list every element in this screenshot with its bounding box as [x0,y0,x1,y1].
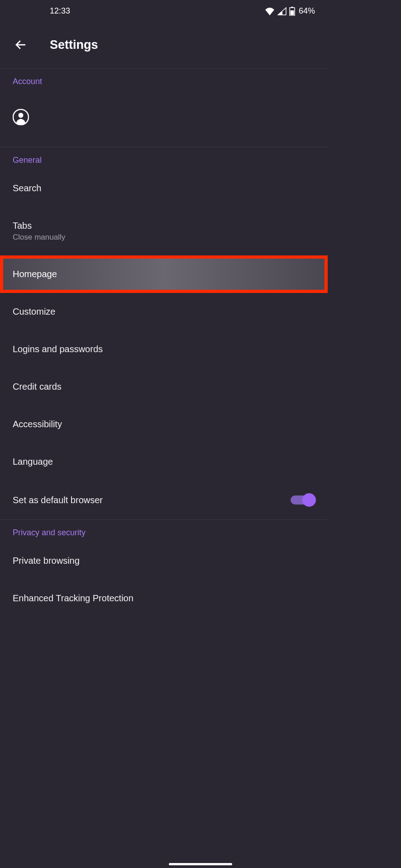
label: Private browsing [13,556,315,566]
section-header-privacy: Privacy and security [0,520,328,542]
back-button[interactable] [14,38,28,52]
settings-item-tabs[interactable]: Tabs Close manually [0,207,328,255]
svg-point-4 [19,113,24,118]
section-header-account: Account [0,69,328,91]
label: Set as default browser [13,495,103,505]
label: Homepage [13,269,315,279]
settings-item-language[interactable]: Language [0,443,328,481]
settings-item-customize[interactable]: Customize [0,293,328,330]
label: Logins and passwords [13,344,315,354]
battery-icon [289,7,295,16]
label: Language [13,457,315,467]
svg-rect-2 [290,10,294,15]
sublabel: Close manually [13,233,315,242]
settings-item-search[interactable]: Search [0,170,328,207]
section-header-general: General [0,147,328,170]
label: Customize [13,307,315,317]
label: Credit cards [13,382,315,392]
status-time: 12:33 [50,6,70,16]
signal-icon [277,7,286,15]
toggle-thumb [302,493,316,507]
settings-item-credit-cards[interactable]: Credit cards [0,368,328,406]
settings-item-default-browser[interactable]: Set as default browser [0,481,328,520]
settings-item-logins[interactable]: Logins and passwords [0,330,328,368]
page-title: Settings [50,38,98,52]
status-bar: 12:33 64% [0,0,328,21]
wifi-icon [265,7,275,15]
settings-item-private-browsing[interactable]: Private browsing [0,542,328,580]
avatar-icon [13,109,29,125]
label: Accessibility [13,419,315,429]
status-icons: 64% [265,6,315,16]
label: Enhanced Tracking Protection [13,593,315,604]
settings-item-tracking-protection[interactable]: Enhanced Tracking Protection [0,580,328,617]
arrow-left-icon [14,38,28,52]
battery-percent: 64% [299,6,315,16]
label: Tabs [13,221,315,231]
settings-item-homepage[interactable]: Homepage [0,255,328,293]
default-browser-toggle[interactable] [291,494,315,506]
app-header: Settings [0,21,328,69]
account-row[interactable] [0,91,328,147]
label: Search [13,183,315,193]
settings-item-accessibility[interactable]: Accessibility [0,406,328,443]
